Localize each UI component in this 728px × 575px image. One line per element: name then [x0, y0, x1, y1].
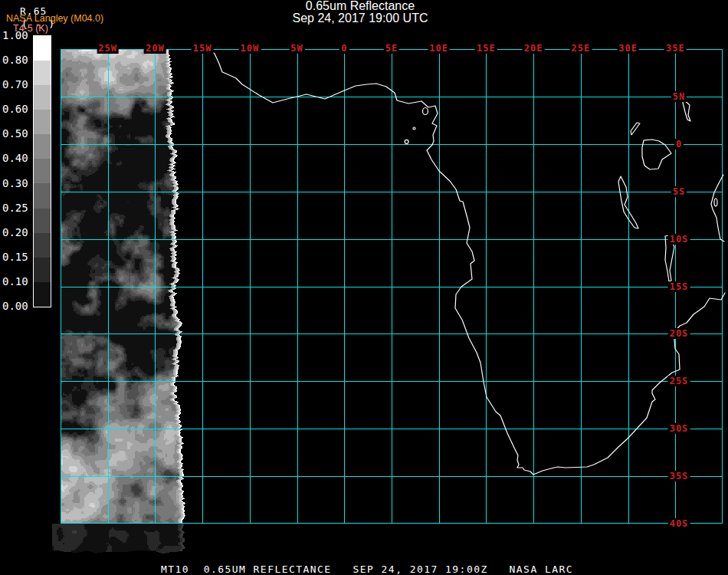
colorbar-segment: [34, 159, 51, 183]
colorbar-segment: [34, 209, 51, 233]
longitude-label: 0: [339, 43, 349, 54]
longitude-label: 5W: [289, 43, 304, 54]
plot-title: 0.65um Reflectance Sep 24, 2017 19:00 UT…: [0, 0, 720, 25]
principe-island: [413, 127, 415, 130]
colorbar-segment: [34, 282, 51, 307]
colorbar-segment: [34, 233, 51, 258]
latitude-label: 0: [674, 139, 684, 150]
longitude-label: 25W: [97, 43, 119, 54]
colorbar: [33, 35, 51, 307]
colorbar-segment: [34, 183, 51, 208]
title-line-2: Sep 24, 2017 19:00 UTC: [0, 12, 720, 25]
colorbar-tick-label: 0.10: [2, 276, 28, 287]
colorbar-tick-label: 0.00: [2, 301, 28, 311]
colorbar-segment: [34, 36, 51, 61]
colorbar-tick-labels: 1.000.800.700.600.500.400.300.250.200.15…: [0, 30, 32, 321]
colorbar-tick-label: 0.80: [2, 54, 28, 65]
satellite-quicklook-viewer: { "title": { "line1": "0.65um Reflectanc…: [0, 0, 728, 575]
africa-west-south-coastline: [207, 48, 725, 475]
longitude-label: 25E: [570, 43, 592, 54]
longitude-label: 20W: [144, 43, 166, 54]
lake-turkana: [683, 100, 690, 121]
map-area: 25W20W15W10W5W05E10E15E20E25E30E35E5N05S…: [61, 49, 723, 524]
colorbar-tick-label: 0.20: [2, 227, 28, 238]
colorbar-tick-label: 0.25: [2, 202, 28, 213]
lake-albert: [631, 123, 640, 135]
colorbar-tick-label: 0.60: [2, 104, 28, 114]
bioko-island: [423, 108, 428, 115]
latitude-label: 15S: [668, 281, 690, 292]
longitude-label: 20E: [523, 43, 545, 54]
colorbar-tick-label: 1.00: [2, 30, 28, 41]
latitude-label: 25S: [668, 376, 690, 386]
longitude-label: 10W: [239, 43, 261, 54]
colorbar-tick-label: 0.50: [2, 128, 28, 139]
sao-tome-island: [405, 140, 408, 143]
colorbar-tick-label: 0.30: [2, 178, 28, 189]
longitude-label: 5E: [384, 43, 399, 54]
latitude-label: 5N: [671, 91, 687, 102]
latitude-label: 40S: [668, 518, 690, 529]
colorbar-tick-label: 0.40: [2, 153, 28, 163]
lake-tanganyika: [618, 176, 638, 228]
latitude-label: 10S: [668, 234, 690, 245]
colorbar-tick-label: 0.70: [2, 79, 28, 90]
latitude-label: 30S: [668, 423, 690, 434]
latitude-label: 35S: [668, 471, 690, 481]
longitude-label: 35E: [664, 43, 687, 54]
longitude-label: 10E: [428, 43, 450, 54]
latitude-label: 20S: [668, 328, 690, 339]
longitude-label: 15W: [192, 43, 214, 54]
zanzibar-island: [714, 199, 717, 206]
lake-victoria: [642, 140, 671, 169]
coastline-overlay: [61, 49, 723, 524]
colorbar-segment: [34, 134, 51, 159]
colorbar-segment: [34, 258, 51, 282]
latitude-label: 5S: [671, 186, 687, 197]
africa-east-coastline: [711, 175, 724, 242]
footer-caption: MT10 0.65UM REFLECTANCE SEP 24, 2017 19:…: [161, 564, 573, 575]
longitude-label: 15E: [475, 43, 497, 54]
colorbar-segment: [34, 61, 51, 85]
colorbar-segment: [34, 85, 51, 110]
longitude-label: 30E: [617, 43, 639, 54]
colorbar-segment: [34, 110, 51, 134]
title-line-1: 0.65um Reflectance: [0, 0, 720, 12]
colorbar-tick-label: 0.15: [2, 251, 28, 262]
